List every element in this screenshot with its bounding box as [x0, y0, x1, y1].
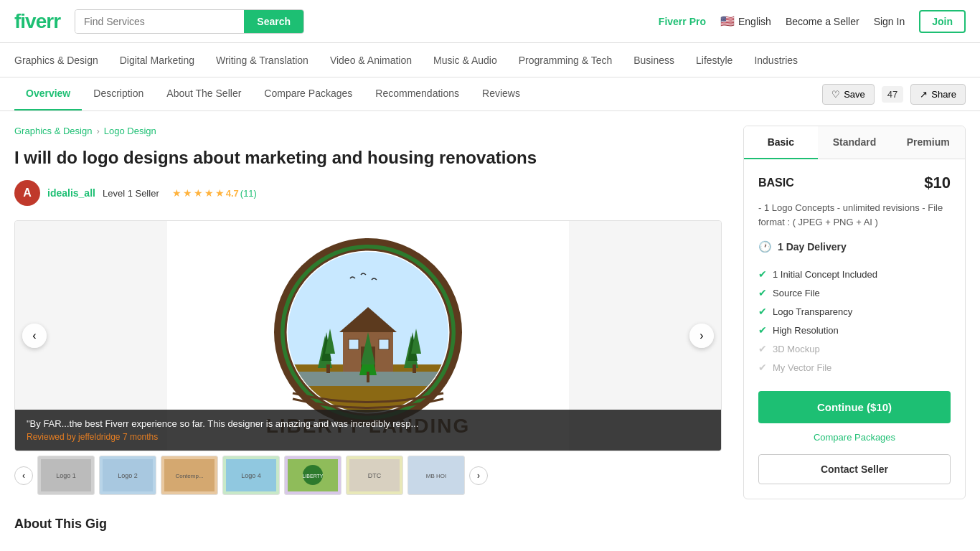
tab-standard[interactable]: Standard	[818, 126, 892, 159]
feature-logo-transparency: ✔ Logo Transparency	[758, 302, 951, 321]
thumbnail-1[interactable]: Logo 1	[37, 456, 95, 495]
clock-icon: 🕐	[758, 240, 772, 253]
svg-rect-20	[413, 364, 416, 373]
feature-label-6: My Vector File	[773, 362, 831, 373]
breadcrumb-separator: ›	[96, 126, 99, 136]
nav-item-video[interactable]: Video & Animation	[330, 55, 412, 66]
sign-in-link[interactable]: Sign In	[874, 16, 905, 27]
thumb-prev-button[interactable]: ‹	[14, 466, 33, 485]
thumbnail-3[interactable]: Contemp...	[161, 456, 218, 495]
share-label: Share	[931, 89, 956, 100]
contact-seller-button[interactable]: Contact Seller	[758, 454, 951, 484]
language-label: English	[738, 16, 771, 27]
thumbnail-2[interactable]: Logo 2	[99, 456, 156, 495]
compare-packages-link[interactable]: Compare Packages	[758, 432, 951, 443]
share-button[interactable]: ↗ Share	[910, 84, 966, 105]
feature-label-5: 3D Mockup	[773, 344, 820, 354]
thumbnail-strip: ‹ Logo 1 Logo 2 Contemp... Logo 4 LIBERT…	[14, 456, 722, 495]
breadcrumb: Graphics & Design › Logo Design	[14, 126, 722, 136]
nav-item-business[interactable]: Business	[633, 55, 674, 66]
about-gig-title: About This Gig	[14, 517, 722, 532]
thumbnail-5[interactable]: LIBERTY	[284, 456, 341, 495]
star-half: ★	[215, 187, 225, 199]
package-name: BASIC	[758, 176, 794, 189]
gig-title: I will do logo designs about marketing a…	[14, 146, 722, 169]
pricing-card: Basic Standard Premium BASIC $10 - 1 Log…	[743, 126, 966, 499]
svg-text:MB HOI: MB HOI	[426, 473, 446, 479]
carousel-next-button[interactable]: ›	[689, 324, 714, 348]
check-icon-3: ✔	[758, 306, 767, 317]
search-input[interactable]	[75, 10, 244, 33]
svg-text:LIBERTY: LIBERTY	[302, 474, 323, 479]
search-bar: Search	[75, 9, 304, 34]
seller-info: A idealis_all Level 1 Seller ★ ★ ★ ★ ★ 4…	[14, 180, 722, 206]
tab-basic[interactable]: Basic	[744, 126, 818, 159]
main-nav: Graphics & Design Digital Marketing Writ…	[0, 43, 980, 77]
tab-premium[interactable]: Premium	[891, 126, 965, 159]
seller-level: Level 1 Seller	[103, 188, 159, 199]
header-right: Fiverr Pro 🇺🇸 English Become a Seller Si…	[659, 10, 966, 33]
reviewed-by-label: Reviewed by	[27, 432, 78, 442]
svg-text:Logo 4: Logo 4	[241, 472, 261, 479]
carousel-prev-button[interactable]: ‹	[22, 324, 47, 348]
subnav-compare-packages[interactable]: Compare Packages	[253, 77, 364, 110]
pricing-tabs: Basic Standard Premium	[744, 126, 965, 159]
save-label: Save	[844, 89, 865, 100]
review-count: (11)	[240, 188, 257, 199]
subnav-description[interactable]: Description	[82, 77, 155, 110]
check-icon-2: ✔	[758, 287, 767, 298]
nav-item-music[interactable]: Music & Audio	[433, 55, 497, 66]
nav-item-lifestyle[interactable]: Lifestyle	[696, 55, 732, 66]
svg-text:Contemp...: Contemp...	[175, 473, 203, 479]
star-4: ★	[204, 187, 214, 199]
feature-label-2: Source File	[773, 288, 820, 298]
thumb-next-button[interactable]: ›	[469, 466, 488, 485]
thumbnail-4[interactable]: Logo 4	[222, 456, 280, 495]
review-overlay: "By FAR...the best Fiverr experience so …	[15, 410, 721, 451]
feature-source-file: ✔ Source File	[758, 283, 951, 302]
join-button[interactable]: Join	[919, 10, 966, 33]
nav-item-digital[interactable]: Digital Marketing	[120, 55, 194, 66]
svg-text:Logo 2: Logo 2	[118, 472, 138, 479]
subnav-overview[interactable]: Overview	[14, 77, 82, 110]
header: fiverr Search Fiverr Pro 🇺🇸 English Beco…	[0, 0, 980, 43]
nav-item-industries[interactable]: Industries	[754, 55, 798, 66]
check-icon-5: ✔	[758, 343, 767, 354]
continue-button[interactable]: Continue ($10)	[758, 391, 951, 423]
subnav-recommendations[interactable]: Recommendations	[364, 77, 471, 110]
subnav-about-seller[interactable]: About The Seller	[155, 77, 253, 110]
delivery-label: 1 Day Delivery	[778, 241, 847, 253]
thumbnail-7[interactable]: MB HOI	[407, 456, 465, 495]
star-2: ★	[183, 187, 192, 199]
delivery-row: 🕐 1 Day Delivery	[758, 240, 951, 253]
sub-nav: Overview Description About The Seller Co…	[0, 77, 980, 111]
subnav-reviews[interactable]: Reviews	[471, 77, 532, 110]
save-button[interactable]: ♡ Save	[822, 84, 875, 105]
left-panel: Graphics & Design › Logo Design I will d…	[14, 126, 722, 532]
feature-initial-concept: ✔ 1 Initial Concept Included	[758, 265, 951, 283]
image-carousel: LIBERTY LANDING "By FAR...the best Fiver…	[14, 220, 722, 451]
thumbnail-6[interactable]: DTC	[346, 456, 403, 495]
nav-item-programming[interactable]: Programming & Tech	[519, 55, 612, 66]
svg-text:DTC: DTC	[368, 472, 382, 479]
fiverr-pro-link[interactable]: Fiverr Pro	[659, 16, 706, 27]
review-quote: "By FAR...the best Fiverr experience so …	[27, 418, 710, 429]
nav-item-writing[interactable]: Writing & Translation	[216, 55, 308, 66]
seller-name[interactable]: idealis_all	[47, 187, 95, 199]
feature-3d-mockup: ✔ 3D Mockup	[758, 339, 951, 358]
reviewer-name: jeffeldridge	[78, 432, 121, 442]
logo[interactable]: fiverr	[14, 10, 60, 33]
breadcrumb-child[interactable]: Logo Design	[104, 126, 156, 136]
become-seller-link[interactable]: Become a Seller	[786, 16, 859, 27]
nav-item-graphics[interactable]: Graphics & Design	[14, 55, 98, 66]
breadcrumb-parent[interactable]: Graphics & Design	[14, 126, 92, 136]
avatar: A	[14, 180, 40, 206]
feature-label-1: 1 Initial Concept Included	[773, 269, 877, 280]
features-list: ✔ 1 Initial Concept Included ✔ Source Fi…	[758, 265, 951, 377]
star-3: ★	[194, 187, 203, 199]
svg-rect-23	[367, 372, 369, 382]
flag-icon: 🇺🇸	[720, 14, 735, 28]
search-button[interactable]: Search	[244, 10, 303, 33]
language-selector[interactable]: 🇺🇸 English	[720, 14, 771, 28]
feature-label-4: High Resolution	[773, 325, 839, 336]
